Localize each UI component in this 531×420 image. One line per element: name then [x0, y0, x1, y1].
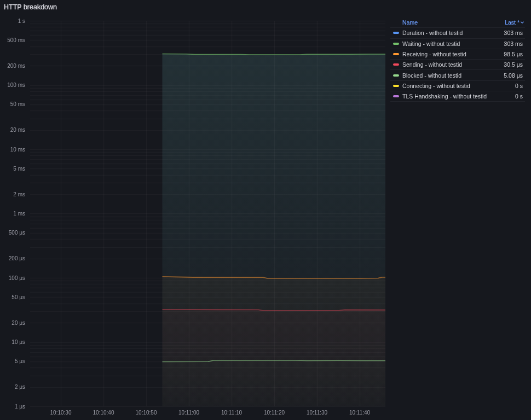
- svg-text:50 μs: 50 μs: [11, 294, 25, 300]
- svg-text:10:10:30: 10:10:30: [50, 410, 72, 416]
- svg-text:200 μs: 200 μs: [9, 255, 25, 261]
- svg-text:10:11:20: 10:11:20: [264, 410, 285, 416]
- svg-text:500 μs: 500 μs: [9, 230, 25, 236]
- svg-text:1 μs: 1 μs: [15, 404, 25, 410]
- svg-text:10 μs: 10 μs: [11, 339, 25, 345]
- svg-text:1 ms: 1 ms: [13, 211, 25, 217]
- svg-text:10:11:00: 10:11:00: [178, 410, 200, 416]
- svg-text:2 ms: 2 ms: [13, 191, 25, 197]
- svg-text:5 ms: 5 ms: [13, 166, 25, 172]
- svg-text:1 s: 1 s: [18, 18, 25, 24]
- svg-text:20 ms: 20 ms: [10, 127, 25, 133]
- svg-text:500 ms: 500 ms: [7, 37, 25, 43]
- svg-text:10:11:10: 10:11:10: [221, 410, 243, 416]
- svg-text:200 ms: 200 ms: [7, 63, 25, 69]
- svg-text:5 μs: 5 μs: [15, 358, 25, 364]
- svg-text:50 ms: 50 ms: [10, 101, 25, 107]
- svg-text:20 μs: 20 μs: [11, 320, 25, 326]
- svg-text:10:10:50: 10:10:50: [136, 410, 157, 416]
- svg-text:10:10:40: 10:10:40: [93, 410, 114, 416]
- svg-text:10 ms: 10 ms: [10, 147, 25, 153]
- svg-text:100 μs: 100 μs: [9, 275, 25, 281]
- svg-text:10:11:40: 10:11:40: [349, 410, 371, 416]
- svg-text:100 ms: 100 ms: [7, 82, 25, 88]
- svg-text:2 μs: 2 μs: [15, 384, 25, 390]
- svg-text:10:11:30: 10:11:30: [307, 410, 328, 416]
